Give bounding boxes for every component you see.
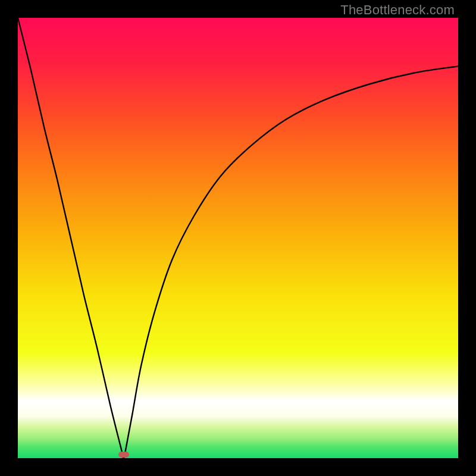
optimal-point-marker bbox=[118, 452, 129, 458]
plot-area bbox=[18, 18, 458, 458]
heat-gradient-background bbox=[18, 18, 458, 458]
svg-rect-0 bbox=[18, 18, 458, 458]
watermark-text: TheBottleneck.com bbox=[340, 2, 455, 18]
